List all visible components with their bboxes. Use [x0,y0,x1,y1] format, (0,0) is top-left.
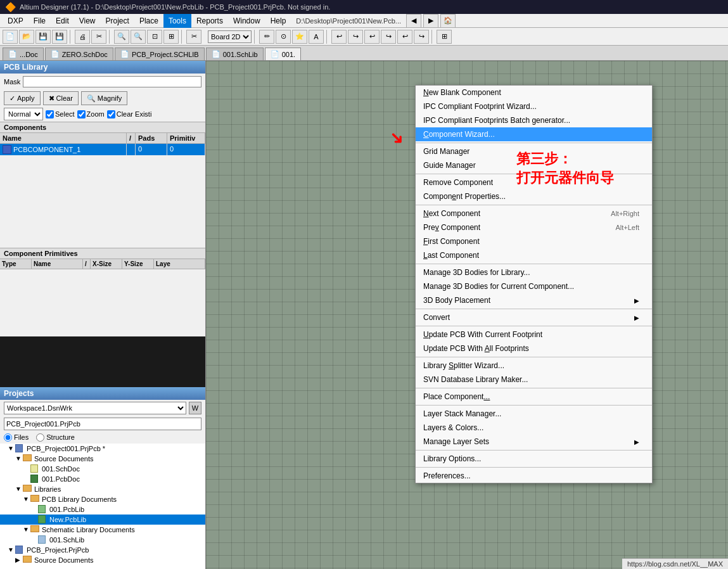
home-btn[interactable]: 🏠 [440,14,456,28]
tree-expand-0[interactable]: ▼ [8,445,15,452]
normal-dropdown[interactable]: Normal [4,108,43,120]
pencil-btn[interactable]: ✏ [259,30,274,44]
menu-convert[interactable]: Convert ▶ [416,310,652,324]
menu-manage-3d-current[interactable]: Manage 3D Bodies for Current Component..… [416,279,652,293]
menu-edit[interactable]: Edit [51,14,74,28]
grid-btn[interactable]: ⊞ [437,30,452,44]
save-btn[interactable]: 💾 [35,30,51,44]
menu-dxp[interactable]: DXP [3,14,29,28]
tree-item-schlib-docs[interactable]: ▼ Schematic Library Documents [0,525,205,535]
tab-zero-schdoc[interactable]: 📄 ZERO.SchDoc [45,48,113,60]
cut-btn[interactable]: ✂ [91,30,106,44]
nav-back-btn[interactable]: ◀ [406,14,421,28]
undo3-btn[interactable]: ↩ [397,30,412,44]
menu-grid-manager[interactable]: Grid Manager [416,144,652,158]
circle-btn[interactable]: ⊙ [276,30,291,44]
zoom-in-btn[interactable]: 🔍 [114,30,129,44]
menu-project[interactable]: Project [101,14,134,28]
zoom-checkbox[interactable] [77,110,86,118]
tab-pcb-schlib[interactable]: 📄 PCB_Project.SCHLIB [115,48,205,60]
undo-btn[interactable]: ↩ [331,30,347,44]
open-btn[interactable]: 📂 [19,30,34,44]
menu-place[interactable]: Place [134,14,163,28]
component-row-0[interactable]: PCBCOMPONENT_1 0 0 [0,144,205,155]
radio-structure-label[interactable]: Structure [36,433,75,442]
apply-button[interactable]: ✓ Apply [4,91,41,105]
tab-001-schlib[interactable]: 📄 001.SchLib [206,48,264,60]
menu-preferences[interactable]: Preferences... [416,469,652,483]
text-btn[interactable]: A [309,30,324,44]
menu-layer-stack[interactable]: Layer Stack Manager... [416,407,652,421]
radio-files-label[interactable]: Files [4,433,29,442]
menu-update-pcb-all[interactable]: Update PCB With All Footprints [416,342,652,355]
undo2-btn[interactable]: ↩ [364,30,380,44]
redo-btn[interactable]: ↪ [348,30,363,44]
menu-library-options[interactable]: Library Options... [416,452,652,466]
radio-files[interactable] [4,433,12,442]
tree-item-pcbprj[interactable]: ▼ PCB_Project.PrjPcb [0,545,205,555]
zoom-check-label[interactable]: Zoom [77,110,105,118]
tree-expand-1[interactable]: ▼ [15,455,23,462]
view-mode-select[interactable]: Board 2D [208,30,252,43]
clear-exist-label[interactable]: Clear Existi [107,110,152,118]
star-btn[interactable]: ⭐ [292,30,307,44]
print-btn[interactable]: 🖨 [75,30,90,44]
redo2-btn[interactable]: ↪ [381,30,396,44]
tree-item-001schlib[interactable]: 001.SchLib [0,535,205,545]
redo3-btn[interactable]: ↪ [414,30,429,44]
menu-place-component[interactable]: Place Component... [416,390,652,404]
tree-item-schdoc[interactable]: 001.SchDoc [0,464,205,474]
menu-manage-3d-lib[interactable]: Manage 3D Bodies for Library... [416,265,652,279]
nav-forward-btn[interactable]: ▶ [423,14,438,28]
clear-exist-checkbox[interactable] [107,110,115,118]
tree-item-source-docs2[interactable]: ▶ Source Documents [0,555,205,565]
tree-item-source-docs[interactable]: ▼ Source Documents [0,454,205,464]
menu-manage-layer-sets[interactable]: Manage Layer Sets ▶ [416,435,652,449]
menu-ipc-batch[interactable]: IPC Compliant Footprints Batch generator… [416,113,652,127]
tree-item-pcbdoc[interactable]: 001.PcbDoc [0,474,205,484]
menu-remove-component[interactable]: Remove Component [416,176,652,189]
menu-lib-splitter[interactable]: Library Splitter Wizard... [416,359,652,373]
radio-structure[interactable] [36,433,44,442]
project-name-input[interactable] [4,418,201,430]
menu-reports[interactable]: Reports [191,14,228,28]
select-check-label[interactable]: Select [46,110,75,118]
menu-tools[interactable]: Tools [163,14,191,28]
menu-layers-colors[interactable]: Layers & Colors... [416,421,652,435]
tree-item-pcb-lib-docs[interactable]: ▼ PCB Library Documents [0,494,205,504]
tab-001[interactable]: 📄 001. [265,48,301,60]
tree-expand-schlibdocs[interactable]: ▼ [23,526,30,533]
menu-next-component[interactable]: Next Component Alt+Right [416,207,652,221]
menu-file[interactable]: File [29,14,51,28]
tree-expand-pcblibdocs[interactable]: ▼ [23,495,30,502]
menu-component-wizard[interactable]: Component Wizard... [416,127,652,141]
tree-expand-srcdoc2[interactable]: ▶ [15,556,23,563]
menu-3d-body-placement[interactable]: 3D Body Placement ▶ [416,293,652,307]
tree-expand-pcbprj[interactable]: ▼ [8,546,15,553]
zoom-out-btn[interactable]: 🔍 [131,30,146,44]
tree-item-libraries[interactable]: ▼ Libraries [0,484,205,494]
menu-help[interactable]: Help [265,14,291,28]
zoom-area-btn[interactable]: ⊞ [163,30,179,44]
tree-expand-lib[interactable]: ▼ [15,485,23,492]
menu-last-component[interactable]: Last Component [416,248,652,262]
mask-input[interactable] [23,76,201,87]
new-btn[interactable]: 📄 [3,30,18,44]
magnify-button[interactable]: 🔍 Magnify [81,91,128,105]
select-checkbox[interactable] [46,110,54,118]
menu-window[interactable]: Window [228,14,265,28]
menu-prev-component[interactable]: Prev Component Alt+Left [416,221,652,234]
menu-first-component[interactable]: First Component [416,234,652,248]
tree-item-0[interactable]: ▼ PCB_Project001.PrjPcb * [0,444,205,454]
menu-view[interactable]: View [74,14,101,28]
menu-ipc-wizard[interactable]: IPC Compliant Footprint Wizard... [416,99,652,113]
tab-doc[interactable]: 📄 ...Doc [3,48,44,60]
menu-guide-manager[interactable]: Guide Manager [416,158,652,172]
zoom-fit-btn[interactable]: ⊡ [147,30,162,44]
tree-item-001pcblib[interactable]: 001.PcbLib [0,504,205,515]
workspace-dropdown[interactable]: Workspace1.DsnWrk [4,402,186,414]
save-all-btn[interactable]: 💾 [52,30,67,44]
menu-new-blank-component[interactable]: New Blank Component [416,86,652,99]
menu-update-pcb-current[interactable]: Update PCB With Current Footprint [416,328,652,342]
menu-component-properties[interactable]: Component Properties... [416,189,652,203]
